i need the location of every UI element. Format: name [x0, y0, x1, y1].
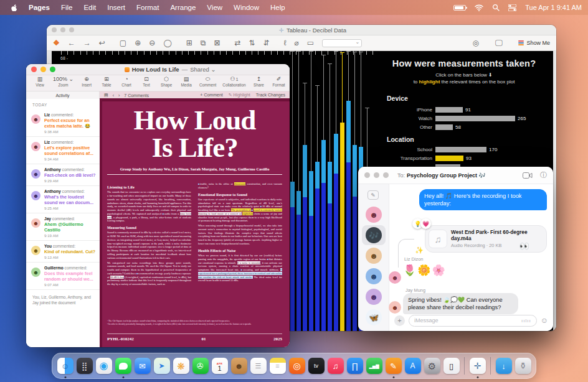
- tableau-toolbar-logo-icon[interactable]: ❖: [53, 39, 60, 47]
- bar[interactable]: [435, 116, 515, 121]
- boxplot-bar-10[interactable]: [353, 51, 358, 331]
- toolbar-collaboration-button[interactable]: ⚇1Collaboration: [222, 76, 245, 88]
- dock-pages[interactable]: ✎: [385, 355, 402, 376]
- dock-maps[interactable]: ➤: [153, 355, 170, 376]
- toolbar-icon-3[interactable]: ▢: [120, 39, 126, 47]
- bar-row-school[interactable]: School170: [378, 146, 550, 153]
- dock-music[interactable]: ♫: [327, 355, 344, 376]
- menu-format[interactable]: Format: [131, 4, 164, 11]
- menu-insert[interactable]: Insert: [102, 4, 131, 11]
- bar-row-iphone[interactable]: iPhone91: [378, 106, 550, 113]
- boxplot-bar-9[interactable]: [346, 51, 351, 331]
- toolbar-text-button[interactable]: ⊡Text: [140, 76, 153, 88]
- menu-view[interactable]: View: [201, 4, 228, 11]
- zoom-button[interactable]: [50, 67, 55, 72]
- toolbar-icon-2[interactable]: ↩: [99, 39, 105, 47]
- dock-photos[interactable]: ❋: [173, 355, 189, 376]
- comment-item[interactable]: ☻Jay commented:Ahem @Guillermo Castillo9…: [26, 213, 100, 240]
- incoming-message[interactable]: Spring vibes! 🍃💭💚 Can everyone please sh…: [403, 293, 518, 314]
- toolbar-icon-4[interactable]: ⊕: [135, 39, 141, 47]
- dock-settings[interactable]: ⚙: [424, 355, 440, 376]
- toolbar-media-button[interactable]: ▤Media: [179, 76, 193, 88]
- toolbar-comment-button[interactable]: ⬭Comment: [199, 76, 216, 88]
- dock-contacts[interactable]: ☻: [230, 355, 247, 376]
- dock-reminders[interactable]: ☰: [250, 355, 267, 376]
- boxplot-bar-4[interactable]: [315, 51, 320, 331]
- close-button[interactable]: [31, 67, 37, 72]
- conversation-avatar-1[interactable]: 🎶: [366, 227, 382, 243]
- toolbar-icon-5[interactable]: ⊖: [149, 39, 155, 47]
- tapback-heart[interactable]: 💗: [420, 218, 431, 229]
- menu-arrange[interactable]: Arrange: [164, 4, 201, 11]
- toolbar-icon-8[interactable]: ⧉: [201, 39, 206, 47]
- comment-item[interactable]: ☻Liz commented:Perfect excuse for an ext…: [26, 109, 100, 136]
- toolbar-icon-9[interactable]: ⊠: [214, 39, 220, 47]
- show-me-button[interactable]: Show Me: [518, 40, 550, 46]
- dock-fitness[interactable]: ◎: [288, 355, 305, 376]
- menu-clock[interactable]: Tue Apr 1 9:41 AM: [525, 4, 582, 11]
- dock-launchpad[interactable]: ⣿: [76, 355, 93, 376]
- bar[interactable]: [435, 124, 453, 130]
- boxplot-bar-0[interactable]: [290, 51, 295, 331]
- pane-toggle-icon[interactable]: ▤: [104, 93, 108, 98]
- control-center-icon[interactable]: [508, 4, 516, 11]
- highlight-button[interactable]: ✎ Highlight: [229, 93, 250, 98]
- boxplot-bar-7[interactable]: [334, 51, 339, 331]
- dock-messages[interactable]: [115, 355, 131, 376]
- toolbar-icon-1[interactable]: →: [83, 39, 91, 47]
- boxplot-bar-5[interactable]: [321, 51, 326, 331]
- bar-row-transportation[interactable]: Transportation93: [378, 154, 550, 162]
- conversation-avatar-0[interactable]: ☻: [366, 207, 382, 223]
- dock-appstore[interactable]: A: [404, 355, 421, 376]
- audio-waveform-icon[interactable]: ıılıı: [521, 318, 531, 324]
- toolbar-icon-10[interactable]: ⇄: [234, 39, 240, 47]
- menu-app-name[interactable]: Pages: [23, 4, 55, 11]
- toolbar-icon-11[interactable]: ⇅: [249, 39, 255, 47]
- comment-item[interactable]: ☻Liz commented:Let's explore positive so…: [26, 136, 100, 164]
- close-button[interactable]: [364, 172, 370, 178]
- comment-item[interactable]: ☻Guillermo commented:Does this example f…: [26, 262, 100, 289]
- toolbar-view-button[interactable]: ▥View: [33, 76, 47, 88]
- toolbar-shape-button[interactable]: ⬡Shape: [159, 76, 173, 88]
- menu-file[interactable]: File: [55, 4, 78, 11]
- shared-menu[interactable]: Shared ⌄: [190, 66, 216, 73]
- conversation-avatar-2[interactable]: ☻: [366, 248, 382, 264]
- search-icon[interactable]: [492, 4, 500, 11]
- comment-item[interactable]: ☻You commented:Kind of redundant. Cut?9:…: [26, 240, 100, 262]
- toolbar-icon-15[interactable]: ▭: [307, 39, 314, 47]
- toolbar-icon-6[interactable]: ◯: [163, 39, 171, 47]
- toolbar-icon-14[interactable]: ⌀: [295, 39, 299, 47]
- toolbar-insert-button[interactable]: ⊕Insert: [80, 76, 93, 88]
- toolbar-zoom-button[interactable]: 100% ⌄Zoom: [53, 76, 74, 88]
- toolbar-icon-0[interactable]: ←: [68, 39, 75, 47]
- bar-row-other[interactable]: Other58: [378, 123, 550, 131]
- apple-menu[interactable]: [5, 4, 23, 12]
- boxplot-bar-2[interactable]: [303, 51, 308, 331]
- highlight-tool-icon[interactable]: ◎: [472, 39, 478, 47]
- add-comment-button[interactable]: + Comment: [200, 93, 222, 98]
- dock-tableau[interactable]: ✛: [469, 355, 486, 376]
- bar[interactable]: [435, 147, 486, 152]
- eyes-sticker[interactable]: 👀: [519, 241, 529, 251]
- comment-item[interactable]: ☻Anthony commented:Fact-check on dB leve…: [26, 164, 100, 185]
- track-changes-button[interactable]: Track Changes: [256, 93, 285, 98]
- boxplot-bar-3[interactable]: [309, 51, 314, 331]
- boxplot-bar-8[interactable]: [340, 51, 345, 331]
- outgoing-message[interactable]: Hey all! 🎵 Here's the recording I took y…: [419, 189, 547, 210]
- menu-help[interactable]: Help: [265, 4, 291, 11]
- conversation-avatar-5[interactable]: 🦋: [366, 309, 382, 325]
- dock-calendar[interactable]: APR1: [211, 355, 228, 376]
- flowers-message[interactable]: 🌷🌼🌸: [403, 264, 447, 277]
- prev-comment-button[interactable]: ‹: [113, 93, 114, 98]
- dock-trash[interactable]: ⚱: [514, 355, 531, 376]
- bar[interactable]: [435, 107, 463, 113]
- dock-keynote[interactable]: ∏: [346, 355, 363, 376]
- dock-downloads[interactable]: ↓: [495, 355, 512, 376]
- video-call-icon[interactable]: [523, 172, 533, 179]
- conversation-avatar-4[interactable]: ☻: [366, 289, 382, 305]
- battery-icon[interactable]: [453, 5, 466, 11]
- conversation-avatar-3[interactable]: ☻: [366, 268, 382, 284]
- tapbacks[interactable]: 💡 💗: [415, 218, 431, 229]
- dock-notes[interactable]: ≡: [269, 355, 286, 376]
- dock-appletv[interactable]: tv: [308, 355, 325, 376]
